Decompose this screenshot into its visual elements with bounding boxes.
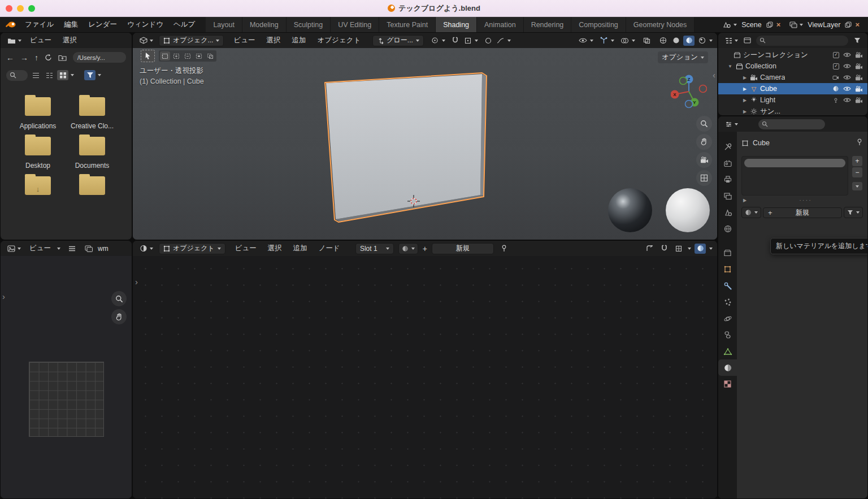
xray-toggle-icon[interactable] [641, 36, 652, 46]
object-visibility-eye-icon[interactable] [577, 36, 588, 46]
pin-icon[interactable] [498, 244, 510, 254]
snap-chevron-icon[interactable] [688, 248, 691, 250]
select-mode-subtract-icon[interactable] [183, 51, 193, 60]
view-layer-browse-chevron-icon[interactable] [800, 24, 803, 26]
properties-tab-texture[interactable] [718, 376, 737, 392]
workspace-tab-geometry-nodes[interactable]: Geometry Nodes [626, 17, 695, 32]
snap-magnet-icon[interactable] [658, 244, 670, 254]
file-browser-menu-select[interactable]: 選択 [58, 33, 82, 48]
gizmos-icon[interactable] [598, 36, 609, 46]
shader-menu-view[interactable]: ビュー [230, 241, 262, 256]
scene-name[interactable]: Scene [739, 21, 763, 29]
outliner-row-scene-collection[interactable]: シーンコレクション ✓ [718, 49, 867, 60]
select-mode-intersect-icon[interactable] [205, 51, 215, 60]
hide-eye-icon[interactable] [843, 75, 851, 80]
mode-dropdown[interactable]: オブジェク... [159, 35, 224, 46]
unlink-scene-icon[interactable]: × [775, 20, 782, 29]
material-slot-item[interactable] [744, 159, 845, 167]
browse-material-button[interactable] [398, 243, 418, 254]
outliner-editor-type-button[interactable] [723, 37, 740, 44]
folder-item[interactable]: Creative Clo... [65, 97, 119, 130]
gizmos-chevron-icon[interactable] [611, 40, 614, 42]
box-select-tool-button[interactable] [141, 50, 155, 62]
properties-tab-constraints[interactable] [718, 327, 737, 343]
close-window-button[interactable] [6, 5, 12, 12]
viewport-options-dropdown[interactable]: オプション [658, 51, 708, 63]
file-browser-editor-type-button[interactable] [5, 37, 24, 44]
browse-material-button[interactable] [741, 207, 761, 218]
refresh-icon[interactable] [45, 54, 52, 61]
new-scene-icon[interactable] [766, 21, 773, 28]
workspace-tab-uv-editing[interactable]: UV Editing [331, 17, 379, 32]
properties-tab-view-layer[interactable] [718, 188, 737, 204]
auto-offset-icon[interactable] [644, 244, 655, 254]
shader-menu-add[interactable]: 追加 [288, 241, 313, 256]
properties-tab-collection[interactable] [718, 245, 737, 261]
properties-editor-type-button[interactable] [723, 121, 740, 128]
outliner-row-camera[interactable]: ▶ Camera [718, 72, 867, 83]
workspace-tab-rendering[interactable]: Rendering [524, 17, 572, 32]
view-horizontal-list-icon[interactable] [44, 70, 55, 80]
hdri-preview-sphere-light[interactable] [666, 188, 710, 232]
folder-item[interactable]: Documents [65, 137, 119, 170]
shader-node-area[interactable]: › [133, 256, 717, 498]
menu-file[interactable]: ファイル [20, 17, 59, 32]
preview-chevron-icon[interactable] [709, 248, 713, 250]
slot-specials-button[interactable] [852, 182, 862, 190]
fullscreen-window-button[interactable] [28, 5, 35, 12]
snap-chevron-icon[interactable] [475, 40, 478, 42]
properties-tab-world[interactable] [718, 220, 737, 237]
pivot-chevron-icon[interactable] [442, 40, 445, 42]
collapsed-menus-chevron-icon[interactable] [57, 248, 60, 250]
view-vertical-list-icon[interactable] [30, 70, 41, 80]
image-datablock-name[interactable]: wm [98, 245, 108, 253]
menu-edit[interactable]: 編集 [59, 17, 83, 32]
expand-icon[interactable]: ▶ [741, 98, 749, 103]
workspace-tab-compositing[interactable]: Compositing [571, 17, 626, 32]
snap-node-icon[interactable] [673, 244, 684, 254]
material-slot-dropdown[interactable]: Slot 1 [355, 243, 394, 254]
file-browser-menu-view[interactable]: ビュー [25, 33, 57, 48]
file-search-field[interactable] [6, 70, 28, 81]
selectable-checkbox-icon[interactable]: ✓ [833, 63, 839, 70]
select-mode-invert-icon[interactable] [194, 51, 204, 60]
properties-tab-tool[interactable] [718, 138, 737, 155]
folder-item[interactable]: Applications [11, 97, 65, 130]
falloff-curve-icon[interactable] [495, 36, 506, 46]
browse-image-icon[interactable] [83, 244, 94, 254]
snap-magnet-icon[interactable] [450, 36, 461, 46]
properties-tab-output[interactable] [718, 171, 737, 188]
folder-item[interactable]: ↓ [11, 176, 65, 195]
scene-selector[interactable]: Scene × [720, 19, 784, 31]
zoom-tool-icon[interactable] [111, 291, 127, 306]
select-mode-new-icon[interactable] [160, 51, 170, 60]
transform-orientation-dropdown[interactable]: グロー... [372, 35, 424, 46]
hide-eye-icon[interactable] [843, 97, 851, 103]
properties-tab-particles[interactable] [718, 294, 737, 310]
expand-icon[interactable]: ▶ [741, 75, 749, 80]
hide-eye-icon[interactable] [843, 86, 851, 92]
render-camera-icon[interactable] [855, 52, 863, 58]
shader-type-dropdown[interactable]: オブジェクト [159, 243, 225, 254]
viewport-pan-hand-icon[interactable] [696, 134, 712, 150]
display-mode-icon[interactable] [741, 36, 753, 46]
expand-toolbar-icon[interactable]: › [2, 292, 5, 301]
view-layer-selector[interactable]: ViewLayer × [787, 19, 863, 31]
outliner-row-cube[interactable]: ▶ ▽ Cube [718, 83, 867, 94]
shading-material-preview-icon[interactable] [683, 36, 695, 46]
remove-material-slot-button[interactable]: − [852, 167, 862, 177]
image-editor-body[interactable]: › [1, 256, 132, 498]
image-editor-menu-view[interactable]: ビュー [24, 241, 56, 256]
workspace-tab-layout[interactable]: Layout [206, 17, 242, 32]
scene-browse-chevron-icon[interactable] [734, 24, 737, 26]
properties-tab-render[interactable] [718, 155, 737, 171]
select-mode-extend-icon[interactable] [171, 51, 181, 60]
create-directory-icon[interactable] [58, 54, 67, 61]
workspace-tab-shading[interactable]: Shading [436, 17, 477, 32]
expand-sidebar-icon[interactable]: ‹ [713, 71, 715, 79]
minimize-window-button[interactable] [17, 5, 24, 12]
folder-item[interactable]: Desktop [11, 137, 65, 170]
menu-window[interactable]: ウィンドウ [122, 17, 168, 32]
hdri-preview-sphere-dark[interactable] [608, 188, 652, 232]
resize-grip-icon[interactable]: ···· [748, 197, 863, 203]
